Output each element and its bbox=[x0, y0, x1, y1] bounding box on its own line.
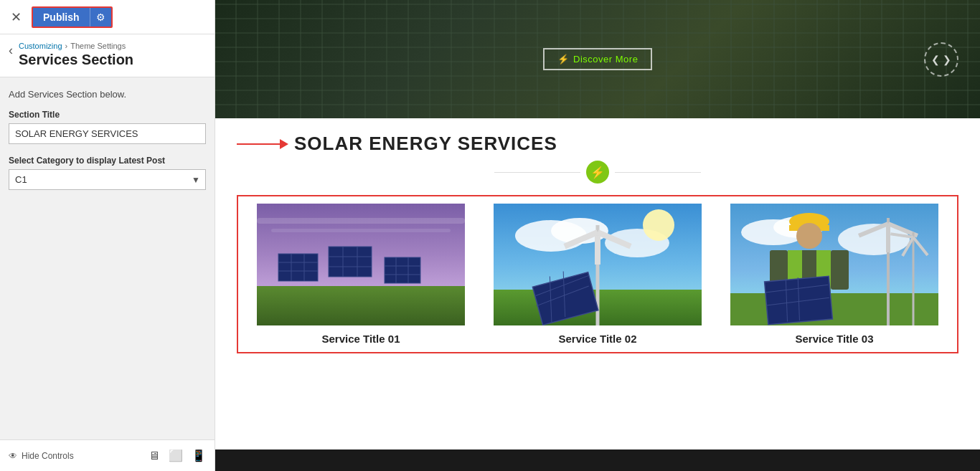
arrow-head bbox=[280, 139, 288, 149]
mobile-device-button[interactable]: 📱 bbox=[192, 449, 206, 462]
svg-rect-14 bbox=[385, 257, 420, 283]
svg-rect-38 bbox=[730, 293, 938, 325]
energy-lightning-icon: ⚡ bbox=[586, 161, 609, 184]
service-title-1: Service Title 01 bbox=[322, 333, 400, 345]
hide-controls-button[interactable]: 👁 Hide Controls bbox=[9, 451, 74, 461]
services-section: SOLAR ENERGY SERVICES ⚡ bbox=[215, 118, 980, 449]
hide-controls-label: Hide Controls bbox=[22, 451, 74, 461]
back-button[interactable]: ‹ bbox=[9, 43, 13, 58]
device-icons: 🖥 ⬜ 📱 bbox=[149, 449, 206, 462]
category-label: Select Category to display Latest Post bbox=[9, 156, 206, 166]
red-arrow-annotation bbox=[237, 139, 288, 149]
svg-rect-9 bbox=[329, 247, 372, 277]
section-header: ‹ Customizing › Theme Settings Services … bbox=[0, 34, 215, 77]
breadcrumb-area: Customizing › Theme Settings Services Se… bbox=[19, 42, 133, 68]
section-title-input[interactable] bbox=[9, 123, 206, 144]
svg-rect-4 bbox=[278, 254, 318, 281]
gear-button[interactable]: ⚙ bbox=[90, 8, 111, 27]
divider-right bbox=[615, 172, 701, 173]
category-select[interactable]: C1 C2 C3 bbox=[9, 169, 206, 190]
discover-more-label: Discover More bbox=[573, 54, 638, 65]
top-bar: ✕ Publish ⚙ bbox=[0, 0, 215, 34]
service-card-2-image bbox=[482, 204, 713, 325]
service-title-2: Service Title 02 bbox=[559, 333, 637, 345]
publish-button[interactable]: Publish bbox=[33, 8, 90, 27]
preview-area: ⚡ Discover More ❮ ❯ SOLAR ENERGY SERVICE… bbox=[215, 0, 980, 471]
svg-rect-1 bbox=[257, 218, 465, 224]
svg-point-49 bbox=[796, 223, 822, 249]
svg-rect-3 bbox=[257, 286, 465, 325]
arrow-line bbox=[237, 143, 280, 145]
hero-section: ⚡ Discover More ❮ ❯ bbox=[215, 0, 980, 118]
tablet-device-button[interactable]: ⬜ bbox=[169, 449, 183, 462]
form-area: Add Services Section below. Section Titl… bbox=[0, 77, 215, 439]
add-services-text: Add Services Section below. bbox=[9, 89, 206, 100]
section-title-field-label: Section Title bbox=[9, 110, 206, 120]
svg-rect-54 bbox=[831, 250, 849, 290]
solar-energy-title: SOLAR ENERGY SERVICES bbox=[294, 133, 557, 155]
breadcrumb: Customizing › Theme Settings bbox=[19, 42, 133, 50]
category-select-wrap: C1 C2 C3 ▼ bbox=[9, 169, 206, 190]
nav-circle[interactable]: ❮ ❯ bbox=[924, 42, 958, 77]
bottom-dark-bar bbox=[215, 449, 980, 471]
breadcrumb-customizing[interactable]: Customizing bbox=[19, 42, 62, 50]
bottom-bar: 👁 Hide Controls 🖥 ⬜ 📱 bbox=[0, 439, 215, 471]
service-card-1: Service Title 01 bbox=[245, 204, 476, 345]
left-panel: ✕ Publish ⚙ ‹ Customizing › Theme Settin… bbox=[0, 0, 215, 471]
close-button[interactable]: ✕ bbox=[6, 7, 26, 27]
service-1-svg bbox=[245, 204, 476, 325]
discover-more-button[interactable]: ⚡ Discover More bbox=[543, 48, 653, 70]
desktop-device-button[interactable]: 🖥 bbox=[149, 449, 160, 462]
title-divider: ⚡ bbox=[237, 161, 958, 184]
publish-gear-group: Publish ⚙ bbox=[32, 6, 113, 28]
breadcrumb-separator: › bbox=[65, 42, 68, 50]
service-card-2: Service Title 02 bbox=[482, 204, 713, 345]
service-title-3: Service Title 03 bbox=[796, 333, 874, 345]
service-cards-container: Service Title 01 bbox=[237, 195, 958, 353]
svg-rect-2 bbox=[271, 229, 451, 232]
eye-icon: 👁 bbox=[9, 451, 17, 461]
service-2-svg bbox=[482, 204, 713, 325]
service-card-3-image bbox=[719, 204, 950, 325]
svg-point-23 bbox=[643, 209, 674, 241]
service-card-3: Service Title 03 bbox=[719, 204, 950, 345]
lightning-icon: ⚡ bbox=[557, 54, 570, 65]
service-card-1-image bbox=[245, 204, 476, 325]
divider-left bbox=[494, 172, 580, 173]
service-3-svg bbox=[719, 204, 950, 325]
breadcrumb-theme-settings: Theme Settings bbox=[70, 42, 126, 50]
section-title-label: Services Section bbox=[19, 52, 133, 68]
